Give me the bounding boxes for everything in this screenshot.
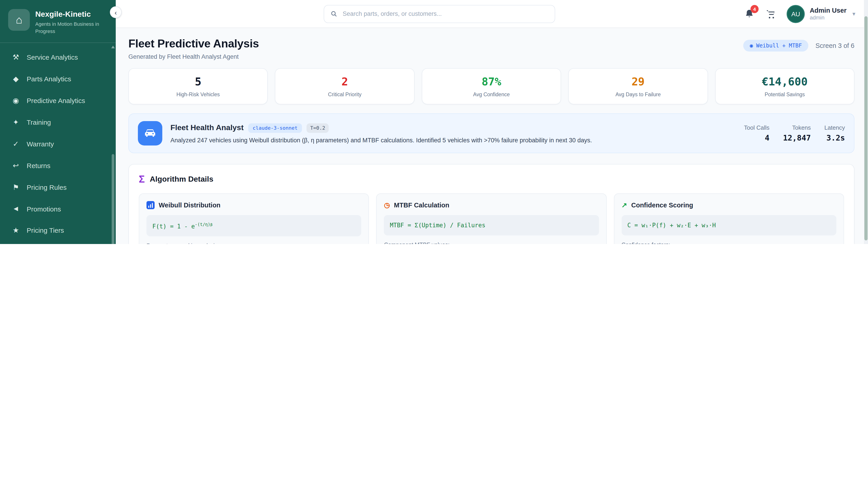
kpi-row: 5 High-Risk Vehicles 2 Critical Priority… — [128, 68, 855, 104]
agent-description: Analyzed 247 vehicles using Weibull dist… — [170, 137, 592, 143]
stat-value: 3.2s — [825, 133, 845, 142]
sidebar-item-label: Service Analytics — [27, 54, 78, 61]
sidebar-item-label: Warranty — [27, 140, 54, 148]
user-role: admin — [810, 14, 846, 21]
cart-icon — [766, 9, 776, 19]
shapes-icon: ◆ — [11, 75, 20, 84]
stat-value: 4 — [744, 133, 770, 142]
sidebar-item-predictive-analytics[interactable]: ◉Predictive Analytics — [4, 90, 111, 111]
stat-label: Tool Calls — [744, 124, 770, 131]
search-icon — [331, 10, 337, 17]
formula: C = w₁·P(f) + w₂·E + w₃·H — [621, 215, 836, 235]
page-content: Fleet Predictive Analysis Generated by F… — [116, 28, 868, 244]
bar-chart-icon — [147, 201, 155, 209]
sidebar-item-returns[interactable]: ↩Returns — [4, 155, 111, 176]
kpi-value: €14,600 — [762, 75, 808, 88]
brand-name: Nexgile-Kinetic — [35, 10, 107, 19]
kpi-high-risk-vehicles: 5 High-Risk Vehicles — [128, 68, 268, 104]
kpi-value: 29 — [631, 75, 645, 88]
algo-note: Parameters used in analysis: — [147, 243, 362, 244]
agent-name: Fleet Health Analyst — [170, 123, 244, 132]
page-title: Fleet Predictive Analysis — [128, 37, 259, 50]
kpi-avg-confidence: 87% Avg Confidence — [422, 68, 561, 104]
weibull-distribution-card: Weibull Distribution F(t) = 1 - e-(t/η)β… — [139, 193, 369, 244]
method-badge: ◉ Weibull + MTBF — [743, 40, 808, 52]
page-subtitle: Generated by Fleet Health Analyst Agent — [128, 53, 259, 60]
kpi-avg-days-to-failure: 29 Avg Days to Failure — [568, 68, 708, 104]
algorithm-details-card: Σ Algorithm Details Weibull Distribution… — [128, 164, 855, 244]
algo-note: Component MTBF values: — [384, 242, 599, 244]
tag-icon: ⚑ — [11, 183, 20, 192]
sidebar-item-pricing-rules[interactable]: ⚑Pricing Rules — [4, 177, 111, 198]
kpi-label: Potential Savings — [765, 92, 805, 97]
sidebar-item-label: Predictive Analytics — [27, 97, 85, 105]
stat-tokens: Tokens 12,847 — [783, 124, 811, 142]
stat-label: Tokens — [783, 124, 811, 131]
formula: MTBF = Σ(Uptime) / Failures — [384, 215, 599, 235]
sigma-icon: Σ — [139, 173, 145, 185]
notifications-button[interactable]: 4 — [743, 8, 755, 20]
kpi-value: 2 — [342, 75, 348, 88]
brain-icon: ◉ — [750, 42, 753, 49]
screen-indicator: Screen 3 of 6 — [815, 42, 855, 49]
kpi-label: High-Risk Vehicles — [177, 92, 220, 97]
sidebar-item-service-analytics[interactable]: ⚒Service Analytics — [4, 47, 111, 68]
algo-card-title: Confidence Scoring — [631, 201, 693, 209]
algo-card-title: MTBF Calculation — [394, 201, 450, 209]
model-badge: claude-3-sonnet — [248, 123, 302, 133]
sidebar-item-label: Promotions — [27, 205, 61, 213]
chevron-down-icon: ▾ — [852, 10, 855, 17]
medal-icon: ★ — [11, 226, 20, 235]
return-arrow-icon: ↩ — [11, 162, 20, 170]
formula: F(t) = 1 - e-(t/η)β — [147, 215, 362, 236]
sidebar-scrollbar-thumb[interactable] — [112, 154, 114, 244]
algo-note: Confidence factors: — [621, 242, 836, 244]
main-area: 4 AU Admin User admin ▾ Fleet Pre — [116, 0, 868, 244]
user-name: Admin User — [810, 7, 846, 15]
sidebar-scrollbar[interactable] — [111, 46, 115, 244]
sidebar: ⌂ Nexgile-Kinetic Agents in Motion Busin… — [0, 0, 116, 244]
sidebar-item-label: Pricing Tiers — [27, 227, 64, 234]
sidebar-item-pricing-tiers[interactable]: ★Pricing Tiers — [4, 220, 111, 241]
kpi-label: Avg Confidence — [473, 92, 510, 97]
brand-tagline: Agents in Motion Business in Progress — [35, 21, 107, 35]
sidebar-item-warranty[interactable]: ✓Warranty — [4, 133, 111, 155]
page-scrollbar[interactable] — [864, 0, 868, 244]
notification-count-badge: 4 — [750, 5, 758, 13]
graduation-cap-icon: ✦ — [11, 118, 20, 127]
kpi-label: Critical Priority — [328, 92, 362, 97]
sidebar-item-parts-analytics[interactable]: ◆Parts Analytics — [4, 68, 111, 90]
temperature-badge: T=0.2 — [307, 123, 329, 133]
brain-gear-icon: ◉ — [11, 96, 20, 105]
search-input[interactable] — [342, 10, 548, 18]
search-bar[interactable] — [324, 5, 555, 23]
stat-label: Latency — [825, 124, 845, 131]
stat-value: 12,847 — [783, 133, 811, 142]
algo-card-title: Weibull Distribution — [159, 201, 220, 209]
kpi-potential-savings: €14,600 Potential Savings — [715, 68, 855, 104]
topbar: 4 AU Admin User admin ▾ — [116, 0, 868, 28]
sidebar-item-messages[interactable]: ✉Messages — [4, 241, 111, 244]
car-icon — [138, 121, 162, 145]
clock-icon: ◷ — [384, 201, 390, 209]
kpi-value: 87% — [482, 75, 501, 88]
stat-tool-calls: Tool Calls 4 — [744, 124, 770, 142]
sidebar-item-training[interactable]: ✦Training — [4, 112, 111, 133]
scroll-up-arrow-icon[interactable] — [111, 46, 115, 48]
user-menu[interactable]: AU Admin User admin ▾ — [786, 5, 855, 23]
cart-button[interactable] — [765, 8, 777, 20]
sidebar-item-label: Parts Analytics — [27, 75, 71, 83]
agent-summary-bar: Fleet Health Analyst claude-3-sonnet T=0… — [128, 113, 855, 153]
sidebar-collapse-button[interactable]: ‹ — [110, 6, 122, 18]
mtbf-calculation-card: ◷ MTBF Calculation MTBF = Σ(Uptime) / Fa… — [376, 193, 607, 244]
algorithm-details-heading: Algorithm Details — [150, 175, 213, 184]
sidebar-item-label: Pricing Rules — [27, 184, 67, 191]
avatar: AU — [786, 5, 805, 23]
wrench-icon: ⚒ — [11, 53, 20, 62]
shield-check-icon: ✓ — [11, 140, 20, 149]
page-scrollbar-thumb[interactable] — [864, 16, 868, 240]
confidence-scoring-card: ↗ Confidence Scoring C = w₁·P(f) + w₂·E … — [614, 193, 844, 244]
sidebar-item-label: Training — [27, 119, 51, 126]
kpi-critical-priority: 2 Critical Priority — [275, 68, 414, 104]
sidebar-item-promotions[interactable]: ◄Promotions — [4, 199, 111, 219]
